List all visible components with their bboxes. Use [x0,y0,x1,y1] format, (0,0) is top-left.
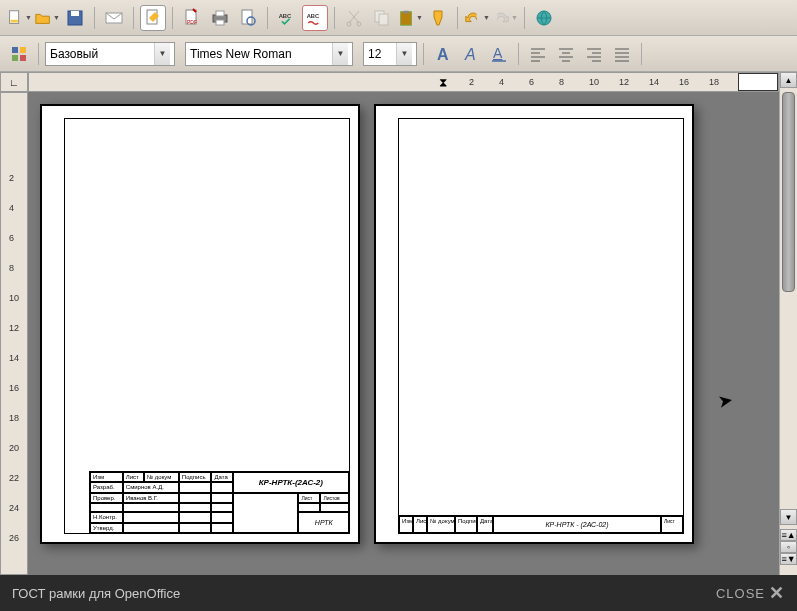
hruler-tick: 16 [679,77,689,87]
vruler-tick: 16 [9,383,19,393]
hyperlink-button[interactable] [531,5,557,31]
styles-button[interactable] [6,41,32,67]
spellcheck-button[interactable]: ABC [274,5,300,31]
italic-button[interactable]: A [458,41,484,67]
vruler-tick: 8 [9,263,14,273]
doc-code-2: КР-НРТК - (2АС-02) [493,516,661,533]
svg-rect-22 [12,47,18,53]
redo-button[interactable]: ▼ [492,5,518,31]
prev-page-button[interactable]: ≡▲ [780,529,797,541]
title-block-2: Изм Лист № докум. Подпись Дата КР-НРТК -… [399,515,683,533]
svg-text:ABC: ABC [307,13,320,19]
vruler-tick: 20 [9,443,19,453]
svg-text:A: A [437,46,449,63]
svg-rect-1 [11,19,18,22]
svg-rect-20 [403,10,408,13]
print-preview-button[interactable] [235,5,261,31]
hruler-tick: 14 [649,77,659,87]
vertical-scrollbar[interactable]: ▲ ▼ ≡▲ ◦ ≡▼ [779,72,797,575]
svg-rect-19 [401,11,412,25]
caption-text: ГОСТ рамки для OpenOffice [12,586,180,601]
svg-rect-24 [12,55,18,61]
font-name-value: Times New Roman [190,47,332,61]
new-doc-button[interactable]: ▼ [6,5,32,31]
close-icon: ✕ [769,582,785,604]
vruler-tick: 14 [9,353,19,363]
font-size-combo[interactable]: 12 ▼ [363,42,417,66]
copy-button[interactable] [369,5,395,31]
hourglass-icon: ⧗ [439,75,447,89]
edit-button[interactable] [140,5,166,31]
svg-text:A: A [493,45,503,61]
page-2: Изм Лист № докум. Подпись Дата КР-НРТК -… [374,104,694,544]
horizontal-ruler[interactable]: ⧗ 24681012141618 [28,72,779,92]
font-size-value: 12 [368,47,396,61]
print-button[interactable] [207,5,233,31]
auto-spellcheck-button[interactable]: ABC [302,5,328,31]
vertical-ruler[interactable]: 2468101214161820222426 [0,92,28,575]
font-name-dropdown[interactable]: ▼ [332,43,348,65]
vruler-tick: 6 [9,233,14,243]
format-toolbar: Базовый ▼ Times New Roman ▼ 12 ▼ A A A [0,36,797,72]
vruler-tick: 2 [9,173,14,183]
vruler-tick: 18 [9,413,19,423]
hruler-tick: 18 [709,77,719,87]
scroll-thumb[interactable] [782,92,795,292]
underline-button[interactable]: A [486,41,512,67]
svg-text:ABC: ABC [279,13,292,19]
svg-rect-9 [216,11,224,16]
format-paint-button[interactable] [425,5,451,31]
hruler-tick: 12 [619,77,629,87]
vruler-tick: 22 [9,473,19,483]
document-canvas[interactable]: Изм Лист № докум Подпись Дата КР-НРТК-(2… [28,92,779,575]
svg-rect-10 [216,20,224,25]
vruler-tick: 26 [9,533,19,543]
close-button[interactable]: CLOSE ✕ [716,582,785,604]
paragraph-style-dropdown[interactable]: ▼ [154,43,170,65]
title-block-1: Изм Лист № докум Подпись Дата КР-НРТК-(2… [89,471,349,533]
paste-button[interactable]: ▼ [397,5,423,31]
hruler-tick: 10 [589,77,599,87]
mail-button[interactable] [101,5,127,31]
paragraph-style-combo[interactable]: Базовый ▼ [45,42,175,66]
scroll-down-button[interactable]: ▼ [780,509,797,525]
align-center-button[interactable] [553,41,579,67]
vruler-tick: 10 [9,293,19,303]
hruler-tick: 2 [469,77,474,87]
font-size-dropdown[interactable]: ▼ [396,43,412,65]
lightbox-footer: ГОСТ рамки для OpenOffice CLOSE ✕ [0,575,797,611]
nav-select-button[interactable]: ◦ [780,541,797,553]
close-label: CLOSE [716,586,765,601]
next-page-button[interactable]: ≡▼ [780,553,797,565]
svg-rect-23 [20,47,26,53]
font-name-combo[interactable]: Times New Roman ▼ [185,42,353,66]
align-right-button[interactable] [581,41,607,67]
hruler-tick: 6 [529,77,534,87]
undo-button[interactable]: ▼ [464,5,490,31]
align-justify-button[interactable] [609,41,635,67]
page-1: Изм Лист № докум Подпись Дата КР-НРТК-(2… [40,104,360,544]
main-toolbar: ▼ ▼ PDF ABC ABC ▼ ▼ ▼ [0,0,797,36]
save-button[interactable] [62,5,88,31]
bold-button[interactable]: A [430,41,456,67]
pdf-export-button[interactable]: PDF [179,5,205,31]
hruler-tick: 4 [499,77,504,87]
editor-area: ∟ ⧗ 24681012141618 246810121416182022242… [0,72,797,575]
scroll-up-button[interactable]: ▲ [780,72,797,88]
align-left-button[interactable] [525,41,551,67]
svg-rect-25 [20,55,26,61]
open-button[interactable]: ▼ [34,5,60,31]
paragraph-style-value: Базовый [50,47,154,61]
ruler-corner: ∟ [0,72,28,92]
cut-button[interactable] [341,5,367,31]
vruler-tick: 12 [9,323,19,333]
hruler-tick: 8 [559,77,564,87]
svg-text:PDF: PDF [187,19,197,25]
svg-text:A: A [464,46,476,63]
vruler-tick: 4 [9,203,14,213]
svg-rect-18 [379,14,388,25]
svg-rect-3 [71,11,79,16]
doc-code-1: КР-НРТК-(2АС-2) [233,472,349,493]
vruler-tick: 24 [9,503,19,513]
org-label: НРТК [298,512,349,533]
